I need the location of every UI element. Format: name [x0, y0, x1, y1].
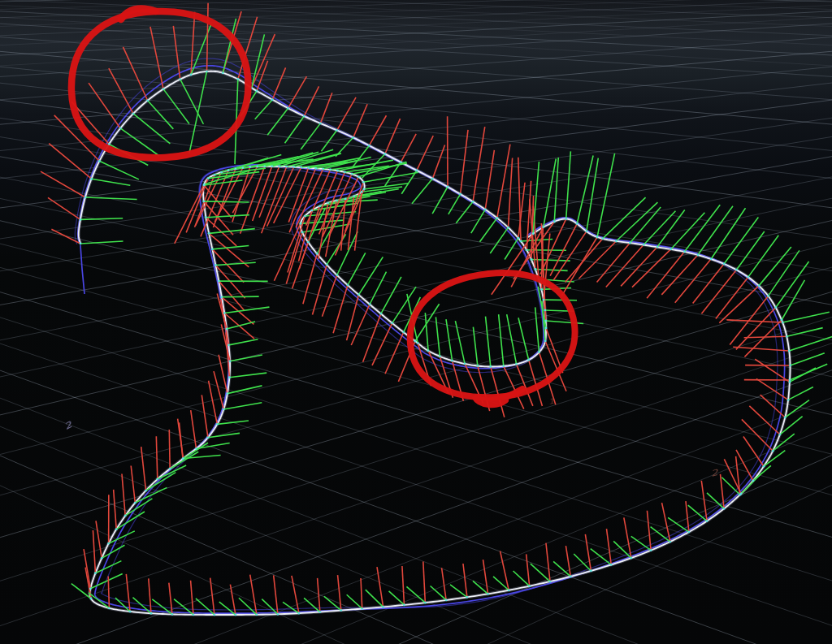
3d-viewport-canvas[interactable]	[0, 0, 832, 644]
3d-viewport[interactable]: 212	[0, 0, 832, 644]
